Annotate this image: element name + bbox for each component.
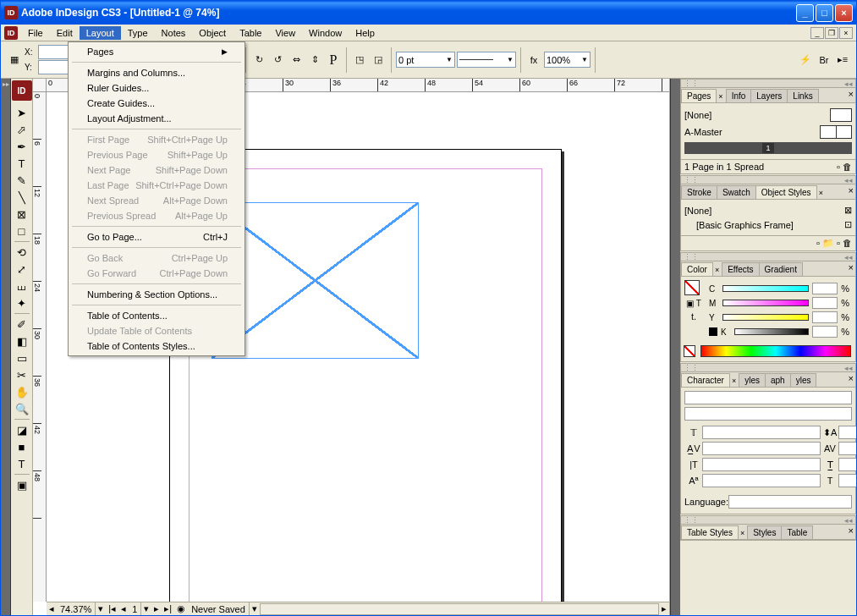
mdi-minimize[interactable]: _ (810, 27, 824, 39)
menu-type[interactable]: Type (121, 26, 155, 40)
delete-page-icon[interactable]: 🗑 (843, 162, 852, 172)
tab-stroke[interactable]: Stroke (681, 185, 717, 199)
tab-character[interactable]: Character (681, 373, 730, 387)
style-basic-row[interactable]: [Basic Graphics Frame]⊡ (684, 217, 852, 232)
tab-paragraph[interactable]: aph (765, 373, 791, 387)
page-dropdown-icon[interactable]: ▾ (141, 603, 151, 614)
effects-icon[interactable]: fx (525, 52, 542, 69)
style-none-row[interactable]: [None]⊠ (684, 203, 852, 217)
tab-object-styles[interactable]: Object Styles (755, 185, 817, 199)
vscale-input[interactable] (702, 458, 821, 471)
button-tool-icon[interactable]: ▭ (13, 349, 31, 366)
k-value[interactable] (812, 326, 838, 338)
prev-page-icon[interactable]: ◂ (118, 603, 129, 614)
menu-layout[interactable]: Layout (80, 26, 121, 40)
menu-view[interactable]: View (268, 26, 302, 40)
y-slider[interactable] (722, 314, 809, 321)
baseline-input[interactable] (702, 474, 821, 487)
menu-toc-styles[interactable]: Table of Contents Styles... (70, 338, 243, 354)
rotate-tool-icon[interactable]: ⟲ (13, 244, 31, 261)
tab-info[interactable]: Info (726, 89, 752, 102)
menu-file[interactable]: File (21, 26, 50, 40)
tab-table-styles[interactable]: Table Styles (681, 525, 739, 539)
status-dropdown-icon[interactable]: ▾ (250, 603, 260, 614)
menu-toc[interactable]: Table of Contents... (70, 308, 243, 323)
scroll-right-icon[interactable]: ▸ (659, 603, 669, 614)
m-slider[interactable] (722, 300, 809, 306)
c-slider[interactable] (722, 285, 809, 292)
select-content-icon[interactable]: ◲ (370, 52, 387, 69)
opacity-dropdown[interactable]: 100%▼ (544, 52, 591, 68)
rotate-cw-icon[interactable]: ↻ (250, 52, 267, 69)
tab-char-styles[interactable]: yles (739, 373, 766, 387)
y-value[interactable] (812, 311, 838, 323)
tab-effects[interactable]: Effects (722, 262, 759, 276)
rotate-ccw-icon[interactable]: ↺ (269, 52, 286, 69)
skew-input[interactable] (838, 474, 856, 487)
language-input[interactable] (728, 495, 852, 509)
preflight-icon[interactable]: ◉ (174, 603, 188, 614)
h-scrollbar[interactable] (260, 603, 659, 615)
tracking-input[interactable] (838, 442, 856, 455)
fill-stroke-proxy-icon[interactable] (684, 280, 700, 295)
font-style-input[interactable] (684, 407, 852, 421)
type-tool-icon[interactable]: T (13, 155, 31, 172)
k-slider[interactable] (734, 328, 809, 335)
menu-pages[interactable]: Pages▶ (70, 44, 243, 59)
reference-point-icon[interactable]: ▦ (6, 52, 23, 69)
hscale-input[interactable] (838, 458, 856, 471)
hand-tool-icon[interactable]: ✋ (13, 383, 31, 400)
page-indicator[interactable]: 1 (684, 142, 852, 154)
tab-color[interactable]: Color (681, 262, 713, 276)
stroke-style-dropdown[interactable]: ▼ (457, 52, 516, 68)
menu-ruler-guides[interactable]: Ruler Guides... (70, 80, 243, 96)
menu-numbering-section[interactable]: Numbering & Section Options... (70, 287, 243, 302)
last-page-icon[interactable]: ▸| (162, 603, 174, 614)
panel-collapse-icon[interactable]: ◂◂ (844, 80, 853, 88)
pen-tool-icon[interactable]: ✒ (13, 138, 31, 155)
menu-layout-adjustment[interactable]: Layout Adjustment... (70, 111, 243, 126)
first-page-icon[interactable]: |◂ (106, 603, 118, 614)
vertical-ruler[interactable]: 0 6 12 18 24 30 36 42 48 (33, 92, 47, 602)
menu-window[interactable]: Window (302, 26, 349, 40)
menu-go-to-page[interactable]: Go to Page...Ctrl+J (70, 229, 243, 245)
master-none-row[interactable]: [None] (684, 107, 852, 124)
new-style-group-icon[interactable]: 📁 (822, 238, 834, 248)
flip-h-icon[interactable]: ⇔ (288, 52, 305, 69)
zoom-dropdown-icon[interactable]: ▾ (96, 603, 106, 614)
next-page-icon[interactable]: ▸ (151, 603, 162, 614)
rectangle-tool-icon[interactable]: □ (13, 223, 31, 239)
format-text-icon[interactable]: T (13, 455, 31, 472)
font-family-input[interactable] (684, 391, 852, 404)
tab-gradient[interactable]: Gradient (759, 262, 803, 276)
scale-tool-icon[interactable]: ⤢ (13, 261, 31, 278)
gradient-tool-icon[interactable]: ◧ (13, 333, 31, 349)
tab-para-styles[interactable]: yles (790, 373, 817, 387)
menu-help[interactable]: Help (349, 26, 382, 40)
tab-cell-styles[interactable]: Styles (747, 525, 782, 539)
rectangle-frame-tool-icon[interactable]: ⊠ (13, 206, 31, 223)
bridge-icon[interactable]: Br (816, 52, 832, 69)
zoom-tool-icon[interactable]: 🔍 (13, 400, 31, 417)
new-style-icon[interactable]: ▫ (837, 238, 840, 248)
scissors-tool-icon[interactable]: ✂ (13, 366, 31, 383)
titlebar[interactable]: ID Adobe InDesign CS3 - [Untitled-1 @ 74… (1, 1, 856, 25)
quick-apply-icon[interactable]: ⚡ (797, 52, 814, 69)
line-tool-icon[interactable]: ╲ (13, 189, 31, 206)
page-field[interactable]: 1 (129, 602, 141, 615)
tab-layers[interactable]: Layers (750, 89, 788, 102)
select-container-icon[interactable]: ◳ (351, 52, 368, 69)
pencil-tool-icon[interactable]: ✎ (13, 172, 31, 189)
m-value[interactable] (812, 297, 838, 309)
doc-icon[interactable]: ID (4, 26, 18, 40)
tab-swatches[interactable]: Swatch (717, 185, 756, 199)
direct-selection-tool-icon[interactable]: ⬀ (13, 121, 31, 138)
stroke-weight-dropdown[interactable]: 0 pt▼ (396, 52, 455, 68)
new-page-icon[interactable]: ▫ (837, 162, 840, 172)
mdi-restore[interactable]: ❐ (825, 27, 838, 39)
selection-tool-icon[interactable]: ➤ (13, 104, 31, 121)
right-dock-grab[interactable] (670, 79, 680, 615)
maximize-button[interactable]: □ (816, 4, 833, 22)
zoom-field[interactable]: 74.37% (57, 602, 96, 615)
font-size-input[interactable] (702, 426, 821, 439)
